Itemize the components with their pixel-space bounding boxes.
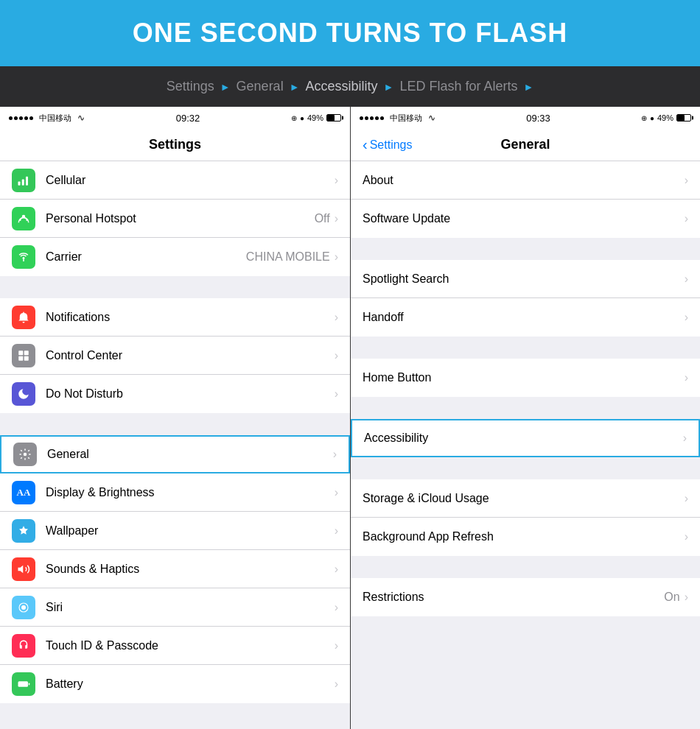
restrictions-label: Restrictions [363,591,664,604]
battery-icon [326,114,341,122]
phones-container: 中国移动 ∿ 09:32 ⊕ ● 49% Settings [0,107,700,729]
dnd-icon [12,382,35,406]
siri-icon [12,596,35,619]
settings-row-sounds[interactable]: Sounds & Haptics › [0,550,350,588]
settings-row-display[interactable]: AA Display & Brightness › [0,473,350,512]
right-status-bar: 中国移动 ∿ 09:33 ⊕ ● 49% [351,107,700,129]
right-battery-percent: 49% [657,113,673,122]
breadcrumb-general[interactable]: General [237,79,284,94]
handoff-chevron: › [685,311,688,324]
cellular-icon [12,169,35,192]
svg-marker-10 [18,565,24,573]
settings-row-accessibility[interactable]: Accessibility › [351,419,700,457]
right-sep-2 [351,337,700,359]
general-chevron: › [333,448,337,461]
settings-row-siri[interactable]: Siri › [0,588,350,627]
bgrefresh-chevron: › [685,530,688,543]
settings-row-spotlight[interactable]: Spotlight Search › [351,260,700,298]
general-icon [13,443,37,466]
breadcrumb-arrow-2: ► [290,81,300,93]
carrier-value: CHINA MOBILE [246,250,330,264]
sounds-label: Sounds & Haptics [46,563,335,576]
right-sep-1 [351,238,700,260]
right-group-4: Accessibility › [351,419,700,457]
settings-row-control[interactable]: Control Center › [0,337,350,375]
right-lock-icon: ● [650,114,654,122]
right-alarm-icon: ⊕ [641,114,647,122]
right-group-2: Spotlight Search › Handoff › [351,260,700,337]
left-sep-2 [0,413,350,435]
svg-rect-14 [19,683,25,686]
notifications-chevron: › [335,311,338,324]
settings-row-dnd[interactable]: Do Not Disturb › [0,375,350,413]
cellular-chevron: › [335,174,338,187]
settings-row-notifications[interactable]: Notifications › [0,298,350,337]
settings-row-hotspot[interactable]: Personal Hotspot Off › [0,200,350,238]
right-group-6: Restrictions On › [351,578,700,616]
display-chevron: › [335,486,338,499]
spotlight-label: Spotlight Search [363,272,685,286]
right-title-bar: ‹ Settings General [351,129,700,161]
breadcrumb-accessibility[interactable]: Accessibility [306,79,378,94]
right-wifi-icon: ∿ [428,113,435,123]
settings-row-software[interactable]: Software Update › [351,200,700,238]
settings-row-carrier[interactable]: Carrier CHINA MOBILE › [0,238,350,276]
right-carrier-label: 中国移动 [390,113,422,124]
about-label: About [363,174,685,187]
settings-row-handoff[interactable]: Handoff › [351,298,700,337]
svg-point-9 [24,453,27,457]
right-phone-panel: 中国移动 ∿ 09:33 ⊕ ● 49% ‹ Settings General [350,107,700,729]
hotspot-value: Off [315,212,330,225]
restrictions-chevron: › [685,591,688,604]
settings-row-homebutton[interactable]: Home Button › [351,359,700,397]
svg-rect-8 [24,356,29,360]
breadcrumb-arrow-3: ► [384,81,394,93]
breadcrumb: Settings ► General ► Accessibility ► LED… [0,66,700,107]
touchid-chevron: › [335,639,338,652]
right-time: 09:33 [526,113,550,124]
homebutton-label: Home Button [363,371,685,384]
left-settings-list: Cellular › Personal Hotspot Off › Carrie… [0,161,350,729]
display-label: Display & Brightness [46,486,335,499]
svg-rect-1 [22,179,24,185]
settings-row-about[interactable]: About › [351,161,700,200]
touchid-label: Touch ID & Passcode [46,639,335,652]
signal-dots [9,116,33,120]
left-group-2: Notifications › Control Center › Do Not … [0,298,350,413]
settings-row-storage[interactable]: Storage & iCloud Usage › [351,479,700,518]
left-sep-1 [0,276,350,298]
sounds-icon [12,557,35,581]
left-status-bar: 中国移动 ∿ 09:32 ⊕ ● 49% [0,107,350,129]
hotspot-label: Personal Hotspot [46,212,315,225]
accessibility-label: Accessibility [364,432,683,445]
hotspot-chevron: › [335,212,338,225]
breadcrumb-led[interactable]: LED Flash for Alerts [399,79,517,94]
carrier-label: 中国移动 [39,113,71,124]
settings-row-bgrefresh[interactable]: Background App Refresh › [351,518,700,556]
back-button[interactable]: ‹ Settings [363,136,412,153]
right-group-3: Home Button › [351,359,700,397]
settings-row-touchid[interactable]: Touch ID & Passcode › [0,627,350,665]
notifications-icon [12,306,35,329]
hotspot-icon [12,207,35,230]
touchid-icon [12,634,35,658]
svg-point-4 [23,257,25,259]
settings-row-wallpaper[interactable]: Wallpaper › [0,512,350,550]
settings-row-general[interactable]: General › [0,435,350,473]
back-chevron-icon: ‹ [363,136,368,153]
breadcrumb-settings[interactable]: Settings [167,79,214,94]
settings-row-cellular[interactable]: Cellular › [0,161,350,200]
control-chevron: › [335,349,338,362]
control-label: Control Center [46,349,335,362]
settings-row-battery[interactable]: Battery › [0,665,350,703]
bgrefresh-label: Background App Refresh [363,530,685,543]
siri-chevron: › [335,601,338,614]
accessibility-chevron: › [683,432,687,445]
software-label: Software Update [363,212,685,225]
siri-label: Siri [46,601,335,614]
banner-title: ONE SECOND TURNS TO FLASH [133,18,567,49]
settings-row-restrictions[interactable]: Restrictions On › [351,578,700,616]
wallpaper-label: Wallpaper [46,524,335,538]
svg-point-11 [21,605,26,610]
back-label: Settings [370,138,413,152]
